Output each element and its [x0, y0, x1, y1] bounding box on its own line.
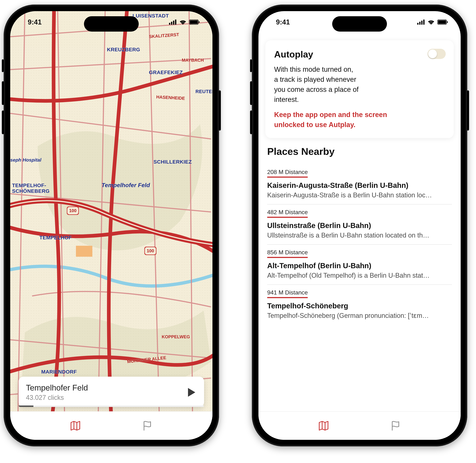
map-icon — [318, 420, 329, 432]
flag-icon — [390, 420, 401, 432]
map-area-label: MARIENDORF — [41, 369, 77, 375]
map-road-label: MAYBACH — [182, 58, 204, 63]
svg-rect-75 — [423, 19, 424, 25]
flag-icon — [141, 420, 153, 432]
map-poi-label: Tempelhofer Feld — [101, 182, 150, 189]
place-title: Ullsteinstraße (Berlin U-Bahn) — [267, 222, 452, 230]
svg-rect-78 — [447, 21, 448, 23]
cellular-icon — [169, 19, 177, 25]
svg-rect-67 — [173, 21, 174, 25]
places-scrollview[interactable]: Autoplay With this mode turned on, a tra… — [258, 11, 461, 440]
map-area-label: SCHILLERKIEZ — [153, 159, 192, 165]
route-shield: 100 — [147, 248, 154, 253]
phone-frame-right: 9:41 Autoplay With this mode turned on, … — [252, 5, 467, 446]
autoplay-card: Autoplay With this mode turned on, a tra… — [265, 40, 454, 138]
map-icon — [70, 420, 81, 432]
play-button[interactable] — [186, 387, 197, 398]
route-shield: 100 — [69, 208, 77, 213]
place-distance: 208 M Distance — [267, 169, 308, 178]
now-playing-card[interactable]: Tempelhofer Feld 43.027 clicks — [19, 377, 204, 407]
place-item[interactable]: 482 M Distance Ullsteinstraße (Berlin U-… — [267, 205, 452, 245]
autoplay-title: Autoplay — [274, 49, 445, 60]
tab-map[interactable] — [317, 419, 330, 432]
dynamic-island — [332, 16, 387, 32]
place-title: Tempelhof-Schöneberg — [267, 302, 452, 310]
battery-icon — [189, 19, 200, 25]
screen-places: 9:41 Autoplay With this mode turned on, … — [258, 11, 461, 440]
svg-rect-66 — [171, 22, 172, 25]
place-distance: 856 M Distance — [267, 249, 308, 258]
tab-bar — [258, 411, 461, 440]
map-area-label: KREUZBERG — [107, 47, 140, 53]
status-time: 9:41 — [28, 18, 42, 26]
now-playing-title: Tempelhofer Feld — [26, 383, 182, 392]
place-description: Ullsteinstraße is a Berlin U-Bahn statio… — [267, 232, 452, 239]
map-area-label: TEMPELHOF- SCHÖNEBERG — [12, 183, 50, 194]
tab-bar — [10, 411, 212, 440]
dynamic-island — [84, 16, 139, 32]
place-description: Tempelhof-Schöneberg (German pronunciati… — [267, 312, 452, 320]
wifi-icon — [427, 19, 435, 25]
place-title: Alt-Tempelhof (Berlin U-Bahn) — [267, 262, 452, 270]
now-playing-subtitle: 43.027 clicks — [26, 394, 182, 401]
places-list: 208 M Distance Kaiserin-Augusta-Straße (… — [267, 164, 452, 325]
wifi-icon — [179, 19, 186, 25]
map-poi-label: seph Hospital — [10, 157, 41, 163]
map-road-label: KOPPELWEG — [162, 334, 190, 339]
place-description: Kaiserin-Augusta-Straße is a Berlin U-Ba… — [267, 191, 452, 199]
tab-flag[interactable] — [141, 419, 154, 432]
svg-rect-72 — [417, 23, 419, 25]
place-item[interactable]: 208 M Distance Kaiserin-Augusta-Straße (… — [267, 164, 452, 205]
svg-rect-68 — [175, 19, 176, 25]
battery-icon — [437, 19, 448, 25]
phone-frame-left: LUISENSTADT KREUZBERG GRAEFEKIEZ REUTER … — [4, 5, 219, 446]
svg-rect-74 — [421, 21, 423, 25]
svg-rect-71 — [199, 21, 200, 23]
autoplay-toggle[interactable] — [427, 49, 446, 59]
progress-bar[interactable] — [19, 406, 204, 407]
map-area-label: REUTER — [195, 89, 212, 94]
screen-map: LUISENSTADT KREUZBERG GRAEFEKIEZ REUTER … — [10, 11, 212, 440]
tab-map[interactable] — [69, 419, 82, 432]
tab-flag[interactable] — [389, 419, 402, 432]
place-distance: 482 M Distance — [267, 209, 308, 218]
svg-rect-2 — [76, 246, 92, 257]
map-area-label: GRAEFEKIEZ — [149, 70, 183, 75]
place-item[interactable]: 856 M Distance Alt-Tempelhof (Berlin U-B… — [267, 245, 452, 285]
map-canvas[interactable]: LUISENSTADT KREUZBERG GRAEFEKIEZ REUTER … — [10, 11, 212, 440]
autoplay-description: With this mode turned on, a track is pla… — [274, 64, 413, 105]
cellular-icon — [417, 19, 425, 25]
svg-rect-77 — [438, 20, 446, 24]
place-description: Alt-Tempelhof (Old Tempelhof) is a Berli… — [267, 272, 452, 279]
place-item[interactable]: 941 M Distance Tempelhof-Schöneberg Temp… — [267, 285, 452, 325]
place-title: Kaiserin-Augusta-Straße (Berlin U-Bahn) — [267, 181, 452, 189]
svg-rect-73 — [419, 22, 421, 25]
autoplay-warning: Keep the app open and the screen unlocke… — [274, 110, 413, 130]
status-time: 9:41 — [276, 18, 290, 26]
places-section-title: Places Nearby — [267, 146, 452, 157]
svg-rect-65 — [169, 23, 170, 25]
svg-rect-70 — [190, 20, 198, 24]
map-area-label: TEMPELHOF — [39, 235, 72, 241]
place-distance: 941 M Distance — [267, 289, 308, 298]
